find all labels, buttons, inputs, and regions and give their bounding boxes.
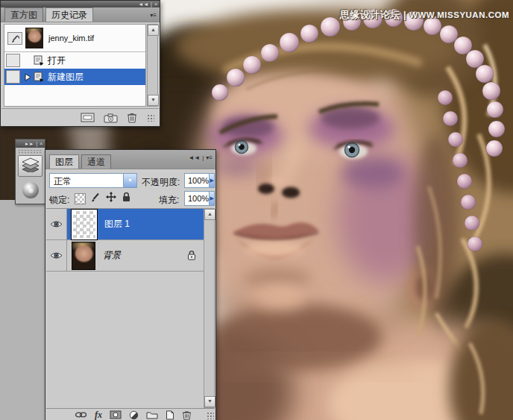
dock-divider: | xyxy=(37,141,38,146)
history-footer xyxy=(1,108,159,126)
history-brush-source-well[interactable] xyxy=(7,32,22,45)
scroll-down-icon[interactable]: ▼ xyxy=(204,396,215,407)
history-state-open[interactable]: 打开 xyxy=(4,52,145,69)
tab-history[interactable]: 历史记录 xyxy=(45,7,93,22)
lock-position-move-icon[interactable] xyxy=(106,192,116,205)
adjustment-layer-button[interactable] xyxy=(129,410,139,420)
fill-field[interactable]: 100% ▶ xyxy=(184,191,215,206)
layers-menu-icon[interactable]: ▾≡ xyxy=(206,154,213,161)
eye-icon xyxy=(50,251,63,260)
opacity-value[interactable]: 100% xyxy=(185,174,209,187)
scroll-down-icon[interactable]: ▼ xyxy=(148,95,159,106)
history-state-icon xyxy=(33,55,44,66)
layers-controls: 正常 ▼ 不透明度: 100% ▶ 锁定: 填充: xyxy=(45,169,215,209)
layer-row-background[interactable]: 背景 xyxy=(46,240,204,272)
layer-list: 图层 1 背景 xyxy=(46,208,204,408)
fill-value[interactable]: 100% xyxy=(185,192,209,205)
dock-titlebar: ►► | × xyxy=(16,140,45,148)
watermark-site-name: 思缘设计论坛 xyxy=(340,9,400,20)
fill-label: 填充: xyxy=(159,194,179,207)
blend-mode-value: 正常 xyxy=(54,175,72,188)
layer-style-fx-button[interactable]: fx xyxy=(95,411,102,419)
styles-panel-icon[interactable] xyxy=(22,182,39,198)
scroll-up-icon[interactable]: ▲ xyxy=(204,209,215,220)
new-layer-button[interactable] xyxy=(166,410,174,420)
layer-name[interactable]: 背景 xyxy=(103,249,121,262)
history-panel: ◄◄ | × 直方图 历史记录 ▾≡ jenny_kim.tif xyxy=(0,0,160,127)
tab-channels[interactable]: 通道 xyxy=(81,154,111,169)
opacity-label: 不透明度: xyxy=(142,176,180,189)
history-tabrow: 直方图 历史记录 ▾≡ xyxy=(1,7,160,22)
scroll-up-icon[interactable]: ▲ xyxy=(148,25,159,36)
history-menu-icon[interactable]: ▾≡ xyxy=(150,12,157,19)
dock-close-icon[interactable]: × xyxy=(40,141,43,146)
visibility-toggle[interactable] xyxy=(46,209,67,239)
history-state-label: 打开 xyxy=(48,54,66,67)
dock-expand-icon[interactable]: ►► xyxy=(25,141,34,146)
lock-transparency-icon[interactable] xyxy=(75,193,86,204)
lock-pixels-brush-icon[interactable] xyxy=(91,192,101,205)
watermark-site-url: WWW.MISSYUAN.COM xyxy=(409,10,509,19)
history-state-list: jenny_kim.tif 打开 xyxy=(4,24,146,107)
layer-thumbnail-photo[interactable] xyxy=(72,242,95,270)
layers-resize-grip[interactable] xyxy=(206,411,214,419)
lock-all-padlock-icon[interactable] xyxy=(122,192,131,205)
history-snapshot-row[interactable]: jenny_kim.tif xyxy=(4,25,145,52)
history-state-new-layer[interactable]: 新建图层 xyxy=(4,69,145,85)
history-close-icon[interactable]: × xyxy=(154,1,157,7)
history-collapse-icon[interactable]: ◄◄ xyxy=(138,1,148,7)
new-snapshot-camera-button[interactable] xyxy=(104,113,118,123)
layer-name[interactable]: 图层 1 xyxy=(104,218,130,231)
new-document-from-state-button[interactable] xyxy=(81,113,95,122)
layers-collapse-icon[interactable]: ◄◄ xyxy=(188,154,200,161)
add-layer-mask-button[interactable] xyxy=(110,410,122,419)
delete-layer-trash-button[interactable] xyxy=(182,410,192,420)
watermark-separator: | xyxy=(403,9,406,20)
history-scrollbar[interactable]: ▲ ▼ xyxy=(147,24,158,107)
watermark: 思缘设计论坛 | WWW.MISSYUAN.COM xyxy=(340,8,509,22)
lock-label: 锁定: xyxy=(49,194,69,207)
fx-icon: fx xyxy=(95,411,102,419)
eye-icon xyxy=(50,220,63,228)
new-group-folder-button[interactable] xyxy=(146,410,158,419)
history-source-well[interactable] xyxy=(6,54,20,67)
delete-state-trash-button[interactable] xyxy=(127,112,137,123)
history-titlebar-divider: | xyxy=(151,1,152,7)
history-source-well[interactable] xyxy=(6,70,20,84)
blend-dropdown-icon[interactable]: ▼ xyxy=(123,174,136,187)
opacity-spinner-icon[interactable]: ▶ xyxy=(209,174,214,187)
lock-options xyxy=(75,192,131,204)
panel-dock: ►► | × xyxy=(15,139,45,204)
layers-footer: fx xyxy=(46,408,215,420)
layers-scrollbar[interactable]: ▲ ▼ xyxy=(204,208,215,408)
tab-histogram[interactable]: 直方图 xyxy=(4,7,43,22)
dock-layers-button[interactable] xyxy=(18,155,43,177)
tab-layers[interactable]: 图层 xyxy=(49,154,79,169)
history-state-label: 新建图层 xyxy=(48,71,84,84)
workspace-background xyxy=(0,200,45,420)
visibility-toggle[interactable] xyxy=(46,240,67,271)
photoshop-workspace: 思缘设计论坛 | WWW.MISSYUAN.COM ►► | × ◄◄ xyxy=(0,0,513,420)
layers-titlebar-divider: | xyxy=(202,154,204,161)
fill-spinner-icon[interactable]: ▶ xyxy=(209,192,214,205)
dock-drag-grip[interactable] xyxy=(18,149,43,154)
layers-stack-icon xyxy=(21,157,40,175)
layer-row-layer1[interactable]: 图层 1 xyxy=(46,209,204,240)
layers-tabrow: 图层 通道 ◄◄ | ▾≡ xyxy=(45,150,215,169)
history-state-icon xyxy=(33,72,44,82)
link-layers-button[interactable] xyxy=(75,411,87,419)
snapshot-name: jenny_kim.tif xyxy=(48,34,94,43)
layer-thumbnail-transparent[interactable] xyxy=(72,210,97,239)
layers-panel: 图层 通道 ◄◄ | ▾≡ 正常 ▼ 不透明度: 100% ▶ 锁定: xyxy=(45,149,216,420)
current-state-pointer-icon[interactable] xyxy=(23,73,33,81)
snapshot-thumbnail[interactable] xyxy=(25,28,43,48)
blend-mode-select[interactable]: 正常 ▼ xyxy=(49,173,137,188)
history-resize-grip[interactable] xyxy=(146,113,154,122)
background-lock-icon xyxy=(187,250,196,263)
history-brush-icon xyxy=(10,34,20,43)
history-titlebar: ◄◄ | × xyxy=(1,1,160,7)
opacity-field[interactable]: 100% ▶ xyxy=(184,173,215,188)
